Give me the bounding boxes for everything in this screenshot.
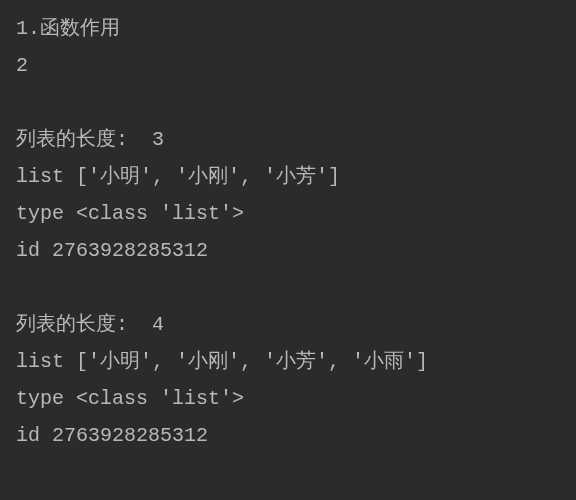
output-line-6: type <class 'list'> <box>16 195 560 232</box>
output-line-1: 1.函数作用 <box>16 10 560 47</box>
output-line-4: 列表的长度: 3 <box>16 121 560 158</box>
blank-line <box>16 269 560 306</box>
output-line-5: list ['小明', '小刚', '小芳'] <box>16 158 560 195</box>
output-line-9: 列表的长度: 4 <box>16 306 560 343</box>
output-line-2: 2 <box>16 47 560 84</box>
output-line-7: id 2763928285312 <box>16 232 560 269</box>
output-line-12: id 2763928285312 <box>16 417 560 454</box>
blank-line <box>16 84 560 121</box>
output-line-10: list ['小明', '小刚', '小芳', '小雨'] <box>16 343 560 380</box>
output-line-11: type <class 'list'> <box>16 380 560 417</box>
